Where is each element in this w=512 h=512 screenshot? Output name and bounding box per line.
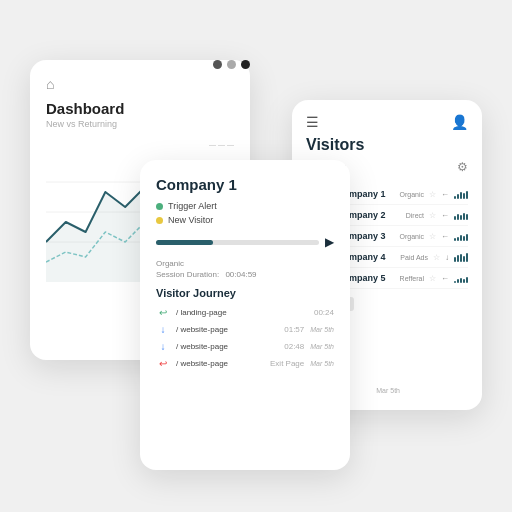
bars-4 <box>454 252 468 262</box>
company-detail-title: Company 1 <box>156 176 334 193</box>
source-5: Refferal <box>400 275 424 282</box>
bars-1 <box>454 189 468 199</box>
journey-title: Visitor Journey <box>156 287 334 299</box>
visitor-label: New Visitor <box>168 215 213 225</box>
journey-page-3: / website-page <box>176 342 278 351</box>
bars-3 <box>454 231 468 241</box>
journey-time-1: 00:24 <box>314 308 334 317</box>
progress-fill <box>156 240 213 245</box>
arrow-4: ↓ <box>445 253 449 262</box>
star-3[interactable]: ☆ <box>429 232 436 241</box>
tag-row: Trigger Alert New Visitor <box>156 201 334 225</box>
journey-page-2: / website-page <box>176 325 278 334</box>
star-4[interactable]: ☆ <box>433 253 440 262</box>
progress-arrow: ▶ <box>325 235 334 249</box>
star-2[interactable]: ☆ <box>429 211 436 220</box>
dot-3 <box>241 60 250 69</box>
tag-trigger: Trigger Alert <box>156 201 334 211</box>
user-icon[interactable]: 👤 <box>451 114 468 130</box>
bars-2 <box>454 210 468 220</box>
visitors-title: Visitors <box>306 136 468 154</box>
journey-icon-1: ↩ <box>156 307 170 318</box>
home-icon: ⌂ <box>46 76 124 92</box>
progress-bg <box>156 240 319 245</box>
journey-item-2: ↓ / website-page 01:57 Mar 5th <box>156 324 334 335</box>
source-label: Organic <box>156 259 334 268</box>
gear-icon[interactable]: ⚙ <box>457 160 468 174</box>
journey-icon-4: ↩ <box>156 358 170 369</box>
visitors-header: ☰ 👤 <box>306 114 468 130</box>
journey-icon-2: ↓ <box>156 324 170 335</box>
progress-section: ▶ <box>156 235 334 249</box>
trigger-label: Trigger Alert <box>168 201 217 211</box>
journey-date-3: Mar 5th <box>310 343 334 350</box>
trigger-dot <box>156 203 163 210</box>
visitor-dot <box>156 217 163 224</box>
source-3: Organic <box>399 233 424 240</box>
tag-visitor: New Visitor <box>156 215 334 225</box>
session-value: 00:04:59 <box>225 270 256 279</box>
window-controls <box>213 60 250 69</box>
journey-item-3: ↓ / website-page 02:48 Mar 5th <box>156 341 334 352</box>
session-label: Session Duration: 00:04:59 <box>156 270 334 279</box>
bars-5 <box>454 273 468 283</box>
journey-date-4: Mar 5th <box>310 360 334 367</box>
star-5[interactable]: ☆ <box>429 274 436 283</box>
arrow-2: ← <box>441 211 449 220</box>
company-detail-card: Company 1 Trigger Alert New Visitor ▶ Or… <box>140 160 350 470</box>
menu-icon[interactable]: ☰ <box>306 114 319 130</box>
source-4: Paid Ads <box>400 254 428 261</box>
dashboard-subtitle: New vs Returning <box>46 119 124 129</box>
star-1[interactable]: ☆ <box>429 190 436 199</box>
journey-item-1: ↩ / landing-page 00:24 <box>156 307 334 318</box>
arrow-1: ← <box>441 190 449 199</box>
journey-time-3: 02:48 <box>284 342 304 351</box>
dot-2 <box>227 60 236 69</box>
journey-time-2: 01:57 <box>284 325 304 334</box>
journey-time-4: Exit Page <box>270 359 304 368</box>
journey-page-1: / landing-page <box>176 308 308 317</box>
source-2: Direct <box>406 212 424 219</box>
source-1: Organic <box>399 191 424 198</box>
dot-1 <box>213 60 222 69</box>
journey-icon-3: ↓ <box>156 341 170 352</box>
chart-legend: — — — <box>46 141 234 148</box>
mar-5th-label: Mar 5th <box>376 387 400 394</box>
dashboard-title: Dashboard <box>46 100 124 117</box>
journey-item-4: ↩ / website-page Exit Page Mar 5th <box>156 358 334 369</box>
arrow-5: ← <box>441 274 449 283</box>
journey-page-4: / website-page <box>176 359 264 368</box>
arrow-3: ← <box>441 232 449 241</box>
journey-date-2: Mar 5th <box>310 326 334 333</box>
